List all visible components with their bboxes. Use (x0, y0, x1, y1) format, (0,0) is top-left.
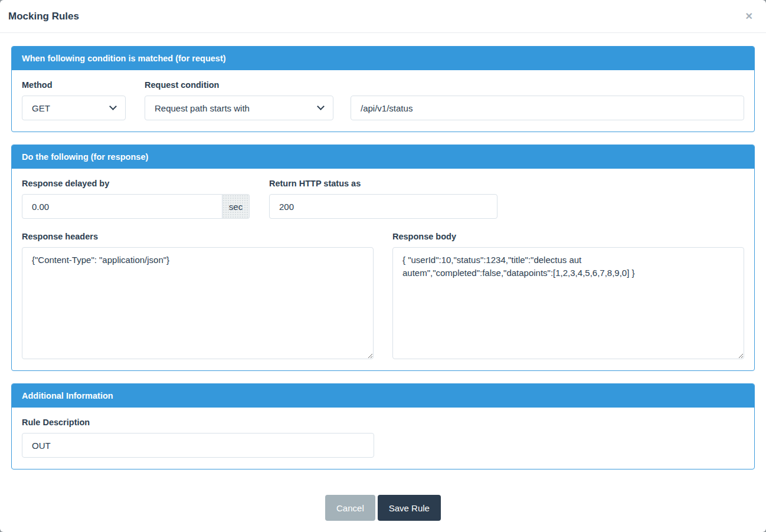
additional-info-header: Additional Information (12, 384, 754, 408)
cancel-button[interactable]: Cancel (325, 495, 375, 521)
request-panel-header: When following condition is matched (for… (12, 47, 754, 70)
mocking-rules-dialog: Mocking Rules ✕ When following condition… (0, 0, 766, 532)
response-panel: Do the following (for response) Response… (11, 145, 755, 371)
response-body-label: Response body (392, 232, 744, 241)
request-condition-panel: When following condition is matched (for… (11, 46, 755, 132)
seconds-unit-addon: sec (222, 194, 250, 219)
response-headers-textarea[interactable]: {"Content-Type": "application/json"} (22, 247, 374, 359)
response-panel-body: Response delayed by sec Return HTTP stat… (12, 169, 754, 370)
delay-input-group: sec (22, 194, 250, 219)
save-rule-button[interactable]: Save Rule (378, 495, 441, 521)
request-path-input[interactable] (351, 96, 744, 120)
response-body-textarea[interactable]: { "userId":10,"status":1234,"title":"del… (392, 247, 744, 359)
request-condition-select[interactable]: Request path starts with (145, 96, 333, 120)
close-icon[interactable]: ✕ (742, 9, 757, 24)
dialog-footer: Cancel Save Rule (0, 495, 766, 532)
dialog-body: When following condition is matched (for… (0, 33, 766, 495)
rule-description-label: Rule Description (22, 418, 374, 427)
condition-select-wrap: Request path starts with (145, 96, 333, 120)
request-condition-label: Request condition (145, 80, 333, 90)
dialog-header: Mocking Rules ✕ (0, 0, 766, 33)
additional-info-body: Rule Description (12, 408, 754, 469)
http-status-input[interactable] (269, 194, 497, 219)
response-panel-header: Do the following (for response) (12, 145, 754, 169)
method-select[interactable]: GET (22, 96, 126, 120)
additional-info-panel: Additional Information Rule Description (11, 383, 755, 469)
response-delay-input[interactable] (22, 194, 222, 219)
http-status-label: Return HTTP status as (269, 179, 497, 188)
rule-description-input[interactable] (22, 433, 374, 458)
request-panel-body: Method GET Request condition (12, 70, 754, 132)
response-headers-label: Response headers (22, 232, 374, 241)
method-select-wrap: GET (22, 96, 126, 120)
method-label: Method (22, 80, 126, 90)
dialog-title: Mocking Rules (8, 11, 79, 22)
response-delay-label: Response delayed by (22, 179, 250, 188)
